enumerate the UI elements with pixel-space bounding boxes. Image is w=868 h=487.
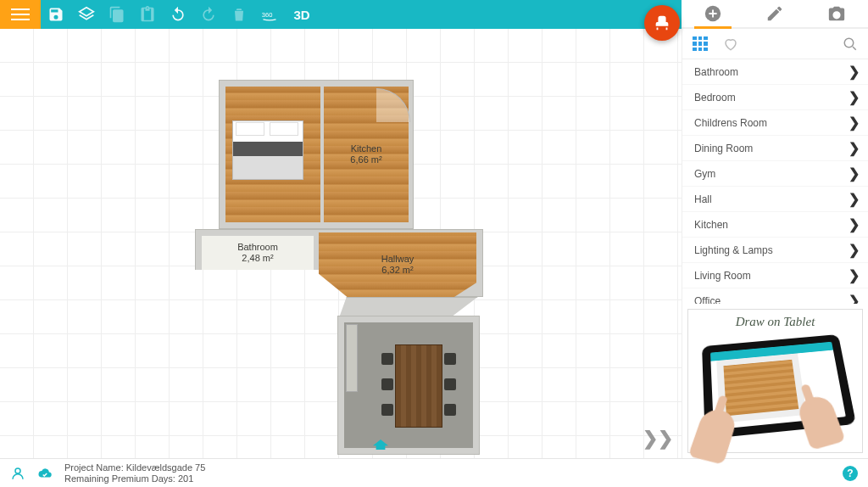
tablet-illustration <box>702 334 856 439</box>
chevron-right-icon: ❯ <box>849 165 860 182</box>
status-bar: Project Name: Kildevældsgade 75 Remainin… <box>0 458 868 487</box>
category-label: Office <box>694 295 721 305</box>
3d-toggle-button[interactable]: 3D <box>285 0 319 29</box>
room-hallway[interactable]: Hallway 6,32 m² <box>319 232 476 297</box>
copy-button <box>102 0 132 29</box>
category-label: Bedroom <box>694 92 736 104</box>
category-item[interactable]: Gym❯ <box>682 161 868 187</box>
category-item[interactable]: Bathroom❯ <box>682 59 868 85</box>
project-info: Project Name: Kildevældsgade 75 Remainin… <box>64 462 205 484</box>
furniture-pillow <box>236 122 264 136</box>
add-tab[interactable] <box>687 0 738 27</box>
trash-icon <box>231 6 248 23</box>
floorplan: Kitchen 6,66 m² Bathroom 2,48 m² Hallway… <box>195 80 500 453</box>
category-item[interactable]: Lighting & Lamps❯ <box>682 238 868 263</box>
promo-title: Draw on Tablet <box>736 315 815 329</box>
expand-canvas-button[interactable]: ❯❯ <box>643 428 673 450</box>
category-item[interactable]: Bedroom❯ <box>682 85 868 110</box>
chevron-right-icon: ❯ <box>849 115 860 131</box>
layers-icon <box>78 6 95 23</box>
copy-icon <box>108 6 125 23</box>
category-item[interactable]: Office❯ <box>682 288 868 304</box>
undo-icon <box>170 6 186 23</box>
category-label: Bathroom <box>694 66 738 78</box>
room-label: Hallway <box>381 254 415 265</box>
category-item[interactable]: Childrens Room❯ <box>682 110 868 136</box>
chevron-right-icon: ❯ <box>849 242 860 258</box>
top-toolbar: 360 3D <box>0 0 868 29</box>
category-label: Lighting & Lamps <box>694 244 773 256</box>
sidebar-view-tabs <box>682 29 868 59</box>
room-label: Kitchen <box>351 143 382 154</box>
undo-button[interactable] <box>163 0 193 29</box>
category-label: Hall <box>694 193 712 205</box>
room-bathroom[interactable]: Bathroom 2,48 m² <box>202 236 314 270</box>
save-button[interactable] <box>41 0 71 29</box>
category-label: Childrens Room <box>694 117 767 129</box>
favorites-tab[interactable] <box>723 36 738 52</box>
svg-text:360: 360 <box>262 11 273 19</box>
chevron-right-icon: ❯ <box>849 267 860 283</box>
room-area: 6,32 m² <box>381 265 413 276</box>
category-label: Dining Room <box>694 143 753 154</box>
premium-days-label: Remaining Premium Days: <box>64 473 175 484</box>
floorplan-canvas[interactable]: Kitchen 6,66 m² Bathroom 2,48 m² Hallway… <box>0 29 682 458</box>
category-label: Living Room <box>694 270 751 282</box>
paste-icon <box>139 6 156 23</box>
delete-button <box>224 0 254 29</box>
cloud-sync-icon[interactable] <box>37 466 53 481</box>
furniture-chair[interactable] <box>381 378 393 390</box>
room-area: 6,66 m² <box>350 154 381 165</box>
furniture-chair[interactable] <box>444 353 456 365</box>
edit-tab[interactable] <box>749 0 800 27</box>
room-area: 2,48 m² <box>242 253 273 264</box>
furniture-chair[interactable] <box>444 378 456 390</box>
paste-button <box>132 0 163 29</box>
furniture-chair[interactable] <box>444 404 456 416</box>
chevron-right-icon: ❯ <box>849 191 860 207</box>
right-mode-tabs <box>682 0 868 29</box>
project-name-value: Kildevældsgade 75 <box>126 462 206 473</box>
search-button[interactable] <box>843 36 858 52</box>
chevron-right-icon: ❯ <box>849 140 860 156</box>
rotate-360-icon: 360 <box>261 6 278 23</box>
360-button[interactable]: 360 <box>254 0 285 29</box>
user-icon[interactable] <box>10 466 25 481</box>
category-list[interactable]: Bathroom❯ Bedroom❯ Childrens Room❯ Dinin… <box>682 59 868 304</box>
search-icon <box>843 36 858 52</box>
camera-tab[interactable] <box>811 0 862 27</box>
camera-icon <box>827 4 846 23</box>
chevron-right-icon: ❯ <box>849 64 860 80</box>
chevron-right-icon: ❯ <box>849 89 860 105</box>
promo-panel[interactable]: Draw on Tablet <box>687 309 863 453</box>
plus-circle-icon <box>704 4 722 23</box>
redo-button <box>193 0 224 29</box>
furniture-dining-table[interactable] <box>395 344 442 428</box>
svg-point-3 <box>15 468 20 473</box>
category-item[interactable]: Kitchen❯ <box>682 212 868 238</box>
furniture-fab-button[interactable] <box>644 5 680 41</box>
furniture-chair[interactable] <box>381 353 393 365</box>
menu-button[interactable] <box>0 0 41 29</box>
category-item[interactable]: Hall❯ <box>682 187 868 212</box>
category-label: Gym <box>694 168 715 180</box>
pencil-icon <box>765 4 784 23</box>
help-button[interactable]: ? <box>843 466 858 481</box>
grid-icon <box>693 36 708 52</box>
furniture-chair[interactable] <box>381 404 393 416</box>
furniture-pillow <box>270 122 298 136</box>
chevron-right-icon: ❯ <box>849 293 860 304</box>
category-label: Kitchen <box>694 219 728 231</box>
heart-icon <box>723 36 738 52</box>
furniture-counter[interactable] <box>346 324 358 392</box>
category-item[interactable]: Dining Room❯ <box>682 136 868 161</box>
save-icon <box>47 6 64 23</box>
svg-point-2 <box>844 38 854 48</box>
layers-button[interactable] <box>71 0 102 29</box>
grid-view-tab[interactable] <box>693 36 708 52</box>
project-name-label: Project Name: <box>64 462 124 473</box>
premium-days-value: 201 <box>178 473 193 484</box>
category-item[interactable]: Living Room❯ <box>682 263 868 288</box>
chevron-right-icon: ❯ <box>849 216 860 232</box>
right-sidebar: Bathroom❯ Bedroom❯ Childrens Room❯ Dinin… <box>682 29 868 458</box>
